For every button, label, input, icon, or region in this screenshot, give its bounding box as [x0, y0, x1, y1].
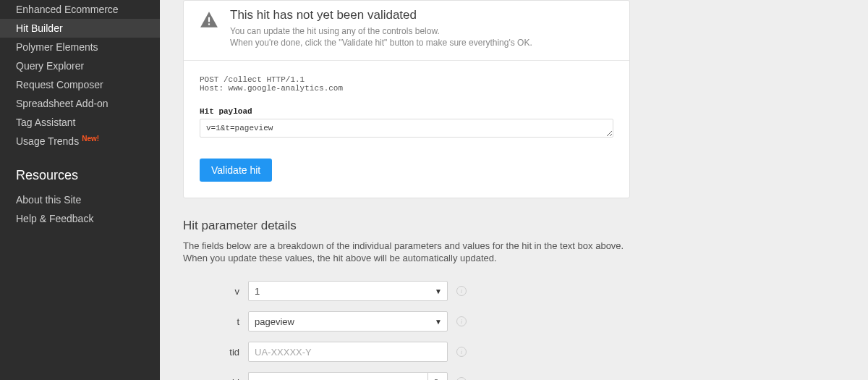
- resources-heading: Resources: [0, 151, 160, 190]
- param-row-cid: cid ↻ i: [183, 372, 630, 380]
- nav-help-feedback[interactable]: Help & Feedback: [0, 209, 160, 228]
- validation-card: This hit has not yet been validated You …: [183, 0, 630, 198]
- payload-label: Hit payload: [200, 107, 613, 116]
- info-icon[interactable]: i: [456, 286, 467, 296]
- validate-hit-button[interactable]: Validate hit: [200, 159, 272, 182]
- param-label-cid: cid: [183, 377, 239, 380]
- nav-usage-trends-label: Usage Trends: [16, 135, 79, 147]
- request-line-2: Host: www.google-analytics.com: [200, 84, 343, 93]
- info-icon[interactable]: i: [456, 347, 467, 357]
- validation-subtitle-2: When you're done, click the "Validate hi…: [230, 38, 532, 48]
- param-label-tid: tid: [183, 347, 239, 358]
- request-preview: POST /collect HTTP/1.1 Host: www.google-…: [200, 75, 613, 93]
- nav-enhanced-ecommerce[interactable]: Enhanced Ecommerce: [0, 0, 160, 19]
- sidebar: Enhanced Ecommerce Hit Builder Polymer E…: [0, 0, 160, 380]
- validation-subtitle-1: You can update the hit using any of the …: [230, 26, 440, 36]
- new-badge: New!: [82, 133, 99, 145]
- param-input-cid[interactable]: [248, 372, 427, 380]
- info-icon[interactable]: i: [456, 316, 467, 326]
- info-icon[interactable]: i: [456, 377, 467, 380]
- nav-tag-assistant[interactable]: Tag Assistant: [0, 113, 160, 132]
- main: This hit has not yet been validated You …: [160, 0, 868, 380]
- hit-payload-input[interactable]: [200, 119, 613, 138]
- nav-about-site[interactable]: About this Site: [0, 190, 160, 209]
- param-input-tid[interactable]: [248, 342, 448, 362]
- svg-rect-1: [208, 23, 210, 25]
- param-details-description: The fields below are a breakdown of the …: [183, 240, 630, 265]
- nav-spreadsheet-addon[interactable]: Spreadsheet Add-on: [0, 94, 160, 113]
- nav-hit-builder[interactable]: Hit Builder: [0, 19, 160, 38]
- param-select-t[interactable]: pageview: [248, 311, 448, 332]
- nav-request-composer[interactable]: Request Composer: [0, 75, 160, 94]
- nav-usage-trends[interactable]: Usage Trends New!: [0, 132, 160, 151]
- request-line-1: POST /collect HTTP/1.1: [200, 75, 305, 84]
- refresh-icon: ↻: [434, 377, 442, 380]
- param-label-t: t: [183, 316, 239, 327]
- validation-title: This hit has not yet been validated: [230, 8, 532, 22]
- nav-query-explorer[interactable]: Query Explorer: [0, 56, 160, 75]
- resources-list: About this Site Help & Feedback: [0, 190, 160, 228]
- warning-icon: [200, 11, 218, 28]
- refresh-cid-button[interactable]: ↻: [427, 372, 448, 380]
- param-label-v: v: [183, 286, 239, 297]
- nav-polymer-elements[interactable]: Polymer Elements: [0, 38, 160, 56]
- param-select-v[interactable]: 1: [248, 281, 448, 301]
- nav-list: Enhanced Ecommerce Hit Builder Polymer E…: [0, 0, 160, 151]
- svg-rect-0: [208, 17, 210, 22]
- param-details-heading: Hit parameter details: [183, 219, 630, 233]
- param-row-v: v 1 ▼ i: [183, 281, 630, 301]
- param-row-t: t pageview ▼ i: [183, 311, 630, 332]
- param-row-tid: tid i: [183, 342, 630, 362]
